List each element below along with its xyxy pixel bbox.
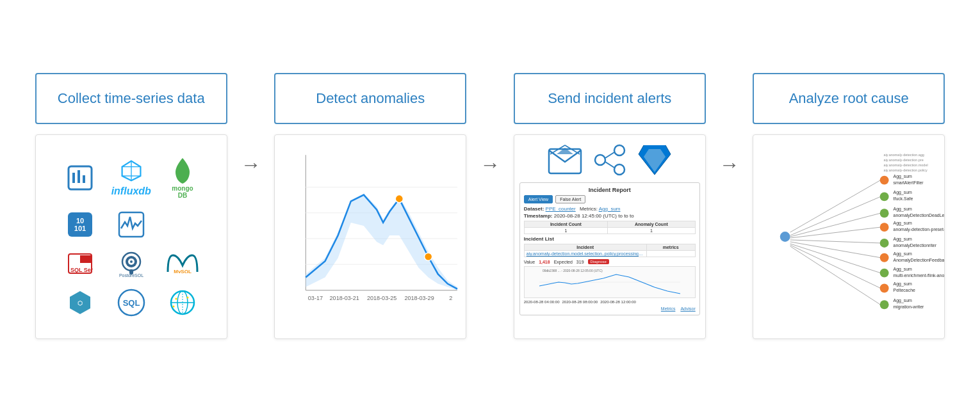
rc-top-label-1: aiy.anomaly-detection.agg	[884, 153, 924, 157]
edge-5	[790, 240, 881, 243]
col-metrics: metrics	[646, 244, 695, 251]
stage-analyze: Analyze root cause	[737, 73, 961, 339]
sql-badge-logo: SQL	[117, 289, 145, 317]
node-4-label2: anomaly-detection-preset-alvent	[894, 227, 944, 232]
stage-collect-label: Collect time-series data	[35, 73, 227, 124]
metrics-link[interactable]: Metrics	[661, 306, 676, 311]
incident-summary-table: Incident Count Anomaly Count 1 1	[524, 221, 696, 234]
stage-analyze-label: Analyze root cause	[753, 73, 945, 124]
expected-data: 319	[576, 260, 584, 264]
node-1-label1: Agg_sum	[894, 174, 913, 179]
expected-label: Expected	[554, 260, 573, 264]
mysql-icon: MySQL	[167, 254, 199, 273]
stage-collect-content: influxdb mongoDB 10 101	[35, 134, 227, 339]
svg-rect-2	[78, 170, 80, 183]
world-icon	[168, 289, 197, 317]
svg-line-51	[605, 162, 614, 168]
node-6-label2: AnomalyDetectionFeedbackTaken	[894, 258, 944, 263]
svg-text:10: 10	[76, 217, 83, 225]
rc-top-label-2: aiy.anomaly-detection.pre	[884, 158, 924, 162]
node-6	[880, 253, 889, 262]
mongodb-icon	[172, 157, 193, 185]
svg-rect-8	[181, 176, 184, 182]
date1: 2020-08-28 04:00:00	[524, 300, 560, 304]
node-8	[880, 284, 889, 293]
node-4-label1: Agg_sum	[894, 221, 913, 226]
alert-view-button[interactable]: Alert View	[524, 195, 553, 203]
mini-chart-svg: 09db2368 ... - 2020-08-28 12:05:00 (UTC)	[525, 267, 695, 297]
anomaly-count-header: Anomaly Count	[608, 221, 696, 228]
stage-detect: Detect anomalies	[259, 73, 483, 339]
incident-metrics-blank	[646, 251, 695, 257]
metric-value[interactable]: Agg_sum	[599, 206, 621, 212]
date3: 2020-08-28 12:00:00	[600, 300, 636, 304]
node-6-label1: Agg_sum	[894, 251, 913, 257]
stage-collect: Collect time-series data	[19, 73, 243, 339]
svg-point-48	[614, 145, 625, 155]
postgresql-icon: PostgreSQL	[118, 250, 145, 277]
incident-report-box: Incident Report Alert View False Alert D…	[519, 182, 700, 315]
datasources-grid: influxdb mongoDB 10 101	[47, 144, 215, 329]
anomaly-count-value: 1	[608, 228, 696, 234]
sqlserver-icon: SQL Server	[67, 253, 93, 274]
node-2-label1: Agg_sum	[894, 190, 913, 195]
metric-label: Metrics:	[580, 206, 598, 212]
svg-text:2018-03-25: 2018-03-25	[367, 295, 396, 301]
value-label: Value	[524, 260, 535, 264]
center-node	[780, 232, 790, 242]
svg-text:03-17: 03-17	[308, 295, 323, 301]
stage-detect-content: 03-17 2018-03-21 2018-03-25 2018-03-29 2	[274, 134, 466, 339]
stage-alert: Send incident alerts	[498, 73, 722, 339]
incident-count-value: 1	[524, 228, 607, 234]
svg-text:⬡: ⬡	[78, 300, 83, 306]
grafana-logo	[66, 164, 94, 192]
node-1	[880, 176, 889, 185]
edge-3	[790, 213, 881, 237]
mini-chart: 09db2368 ... - 2020-08-28 12:05:00 (UTC)	[524, 266, 696, 298]
sqlserver-logo: SQL Server	[67, 253, 93, 274]
svg-text:2: 2	[450, 295, 453, 301]
mongodb-logo: mongoDB	[172, 157, 193, 199]
101db-icon: 10 101	[66, 210, 94, 239]
webhook-icon	[592, 144, 627, 176]
svg-point-47	[595, 155, 605, 165]
svg-point-18	[130, 260, 133, 263]
svg-rect-1	[72, 173, 75, 183]
incident-count-header: Incident Count	[524, 221, 607, 228]
mysql-logo: MySQL	[167, 254, 199, 273]
timestamp-row: Timestamp: 2020-08-28 12:45:00 (UTC) to …	[524, 213, 696, 219]
svg-line-50	[605, 152, 614, 158]
rc-top-label-3: aiy.anomaly-detection.model	[884, 163, 928, 167]
alert-icons	[519, 144, 700, 176]
svg-text:2018-03-29: 2018-03-29	[405, 295, 434, 301]
svg-point-49	[614, 164, 625, 175]
node-9	[880, 300, 889, 309]
azure-icon	[637, 144, 672, 176]
svg-point-40	[425, 253, 432, 260]
anomaly-chart-svg: 03-17 2018-03-21 2018-03-25 2018-03-29 2	[280, 141, 461, 323]
svg-point-32	[172, 306, 174, 308]
diagnose-button[interactable]: Diagnose	[588, 259, 609, 264]
svg-text:SQL Server: SQL Server	[70, 267, 93, 273]
dataset-value[interactable]: PPE_counter	[546, 206, 576, 212]
svg-point-31	[186, 297, 188, 299]
wavefront-icon	[117, 210, 145, 239]
node-4	[880, 223, 889, 232]
node-9-label2: migration-writer	[894, 305, 924, 310]
101db-logo: 10 101	[66, 210, 94, 239]
mini-chart-title: 09db2368 ... - 2020-08-28 12:05:00 (UTC)	[543, 269, 603, 273]
node-8-label1: Agg_sum	[894, 281, 913, 287]
email-icon	[548, 144, 582, 176]
false-alert-button[interactable]: False Alert	[555, 195, 585, 203]
stage-detect-label: Detect anomalies	[274, 73, 466, 124]
stage-alert-content: Incident Report Alert View False Alert D…	[514, 134, 706, 339]
wavefront-logo	[117, 210, 145, 239]
influxdb-icon	[120, 159, 143, 182]
rootcause-svg: Agg_sum smartAlertFilter Agg_sum tfuck.S…	[753, 135, 944, 338]
pipeline-container: Collect time-series data	[0, 60, 980, 352]
incident-report-title: Incident Report	[524, 187, 696, 193]
timestamp-value: 2020-08-28 12:45:00 (UTC) to to to	[554, 213, 634, 219]
incident-id[interactable]: aiy.anomaly-detection.model.selection..p…	[524, 251, 646, 257]
node-2	[880, 192, 889, 201]
advisor-link[interactable]: Advisor	[680, 306, 695, 311]
